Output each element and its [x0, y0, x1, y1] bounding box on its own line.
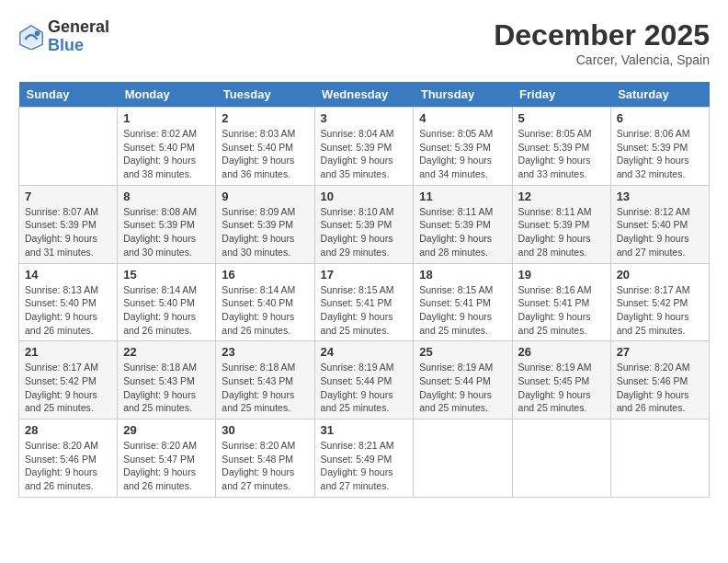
calendar-cell: 7Sunrise: 8:07 AM Sunset: 5:39 PM Daylig… — [19, 185, 118, 263]
day-number: 29 — [123, 423, 210, 437]
day-number: 25 — [419, 345, 506, 359]
logo-icon — [18, 24, 44, 50]
calendar-header-row: SundayMondayTuesdayWednesdayThursdayFrid… — [19, 82, 710, 108]
day-info: Sunrise: 8:07 AM Sunset: 5:39 PM Dayligh… — [25, 205, 111, 259]
day-info: Sunrise: 8:08 AM Sunset: 5:39 PM Dayligh… — [123, 205, 210, 259]
calendar-cell: 29Sunrise: 8:20 AM Sunset: 5:47 PM Dayli… — [118, 419, 216, 498]
day-info: Sunrise: 8:04 AM Sunset: 5:39 PM Dayligh… — [321, 127, 408, 181]
day-number: 16 — [222, 268, 308, 282]
day-info: Sunrise: 8:05 AM Sunset: 5:39 PM Dayligh… — [419, 127, 506, 181]
day-info: Sunrise: 8:14 AM Sunset: 5:40 PM Dayligh… — [222, 283, 308, 338]
calendar-cell: 28Sunrise: 8:20 AM Sunset: 5:46 PM Dayli… — [19, 419, 118, 498]
weekday-header: Tuesday — [216, 82, 314, 108]
day-number: 31 — [321, 423, 408, 437]
day-number: 23 — [222, 345, 308, 359]
calendar-cell — [19, 108, 118, 186]
weekday-header: Sunday — [19, 82, 118, 108]
day-info: Sunrise: 8:12 AM Sunset: 5:40 PM Dayligh… — [617, 205, 703, 259]
day-number: 28 — [25, 423, 111, 437]
day-number: 7 — [25, 190, 111, 203]
day-number: 1 — [123, 111, 210, 125]
day-info: Sunrise: 8:15 AM Sunset: 5:41 PM Dayligh… — [419, 283, 506, 338]
day-number: 19 — [518, 268, 605, 282]
logo-text: General Blue — [48, 18, 109, 55]
day-info: Sunrise: 8:20 AM Sunset: 5:46 PM Dayligh… — [25, 439, 111, 493]
day-number: 27 — [617, 345, 703, 359]
svg-point-2 — [35, 30, 40, 36]
logo: General Blue — [18, 18, 109, 55]
weekday-header: Thursday — [414, 82, 512, 108]
calendar-cell: 8Sunrise: 8:08 AM Sunset: 5:39 PM Daylig… — [118, 185, 216, 263]
calendar-cell: 2Sunrise: 8:03 AM Sunset: 5:40 PM Daylig… — [216, 108, 314, 186]
calendar-cell — [414, 419, 512, 498]
title-block: December 2025 Carcer, Valencia, Spain — [494, 18, 710, 67]
day-number: 14 — [25, 268, 111, 282]
calendar-cell: 31Sunrise: 8:21 AM Sunset: 5:49 PM Dayli… — [314, 419, 414, 498]
day-info: Sunrise: 8:18 AM Sunset: 5:43 PM Dayligh… — [222, 361, 308, 415]
day-info: Sunrise: 8:17 AM Sunset: 5:42 PM Dayligh… — [617, 283, 703, 338]
calendar-table: SundayMondayTuesdayWednesdayThursdayFrid… — [18, 82, 710, 498]
calendar-cell: 6Sunrise: 8:06 AM Sunset: 5:39 PM Daylig… — [610, 108, 709, 186]
logo-general: General — [48, 18, 109, 37]
location: Carcer, Valencia, Spain — [494, 52, 710, 67]
day-number: 18 — [419, 268, 506, 282]
day-number: 24 — [321, 345, 408, 359]
calendar-cell: 9Sunrise: 8:09 AM Sunset: 5:39 PM Daylig… — [216, 185, 314, 263]
calendar-cell: 25Sunrise: 8:19 AM Sunset: 5:44 PM Dayli… — [414, 341, 512, 419]
day-number: 20 — [617, 268, 703, 282]
day-number: 9 — [222, 190, 308, 203]
day-info: Sunrise: 8:20 AM Sunset: 5:46 PM Dayligh… — [617, 361, 703, 415]
calendar-cell: 20Sunrise: 8:17 AM Sunset: 5:42 PM Dayli… — [610, 263, 709, 341]
calendar-cell: 12Sunrise: 8:11 AM Sunset: 5:39 PM Dayli… — [512, 185, 610, 263]
day-number: 13 — [617, 190, 703, 203]
day-info: Sunrise: 8:20 AM Sunset: 5:48 PM Dayligh… — [222, 439, 308, 493]
weekday-header: Saturday — [610, 82, 709, 108]
day-info: Sunrise: 8:11 AM Sunset: 5:39 PM Dayligh… — [419, 205, 506, 259]
calendar-cell: 13Sunrise: 8:12 AM Sunset: 5:40 PM Dayli… — [610, 185, 709, 263]
calendar-cell — [610, 419, 709, 498]
weekday-header: Wednesday — [314, 82, 414, 108]
calendar-cell: 10Sunrise: 8:10 AM Sunset: 5:39 PM Dayli… — [314, 185, 414, 263]
page-header: General Blue December 2025 Carcer, Valen… — [18, 18, 710, 67]
day-number: 22 — [123, 345, 210, 359]
calendar-cell: 19Sunrise: 8:16 AM Sunset: 5:41 PM Dayli… — [512, 263, 610, 341]
calendar-cell: 22Sunrise: 8:18 AM Sunset: 5:43 PM Dayli… — [118, 341, 216, 419]
day-info: Sunrise: 8:10 AM Sunset: 5:39 PM Dayligh… — [321, 205, 408, 259]
logo-blue: Blue — [48, 37, 109, 55]
day-number: 2 — [222, 111, 308, 125]
day-info: Sunrise: 8:02 AM Sunset: 5:40 PM Dayligh… — [123, 127, 210, 181]
calendar-week-row: 21Sunrise: 8:17 AM Sunset: 5:42 PM Dayli… — [19, 341, 710, 419]
calendar-cell: 11Sunrise: 8:11 AM Sunset: 5:39 PM Dayli… — [414, 185, 512, 263]
calendar-cell: 15Sunrise: 8:14 AM Sunset: 5:40 PM Dayli… — [118, 263, 216, 341]
day-info: Sunrise: 8:11 AM Sunset: 5:39 PM Dayligh… — [518, 205, 605, 259]
day-number: 3 — [321, 111, 408, 125]
day-info: Sunrise: 8:13 AM Sunset: 5:40 PM Dayligh… — [25, 283, 111, 338]
calendar-cell: 1Sunrise: 8:02 AM Sunset: 5:40 PM Daylig… — [118, 108, 216, 186]
day-info: Sunrise: 8:09 AM Sunset: 5:39 PM Dayligh… — [222, 205, 308, 259]
day-number: 11 — [419, 190, 506, 203]
day-number: 12 — [518, 190, 605, 203]
day-info: Sunrise: 8:20 AM Sunset: 5:47 PM Dayligh… — [123, 439, 210, 493]
calendar-week-row: 1Sunrise: 8:02 AM Sunset: 5:40 PM Daylig… — [19, 108, 710, 186]
calendar-cell — [512, 419, 610, 498]
weekday-header: Monday — [118, 82, 216, 108]
calendar-cell: 24Sunrise: 8:19 AM Sunset: 5:44 PM Dayli… — [314, 341, 414, 419]
calendar-week-row: 14Sunrise: 8:13 AM Sunset: 5:40 PM Dayli… — [19, 263, 710, 341]
day-number: 21 — [25, 345, 111, 359]
calendar-cell: 3Sunrise: 8:04 AM Sunset: 5:39 PM Daylig… — [314, 108, 414, 186]
day-number: 15 — [123, 268, 210, 282]
day-number: 26 — [518, 345, 605, 359]
calendar-cell: 14Sunrise: 8:13 AM Sunset: 5:40 PM Dayli… — [19, 263, 118, 341]
month-title: December 2025 — [494, 18, 710, 52]
day-number: 10 — [321, 190, 408, 203]
calendar-cell: 26Sunrise: 8:19 AM Sunset: 5:45 PM Dayli… — [512, 341, 610, 419]
day-info: Sunrise: 8:06 AM Sunset: 5:39 PM Dayligh… — [617, 127, 703, 181]
day-info: Sunrise: 8:03 AM Sunset: 5:40 PM Dayligh… — [222, 127, 308, 181]
calendar-cell: 5Sunrise: 8:05 AM Sunset: 5:39 PM Daylig… — [512, 108, 610, 186]
day-info: Sunrise: 8:19 AM Sunset: 5:44 PM Dayligh… — [321, 361, 408, 415]
day-info: Sunrise: 8:05 AM Sunset: 5:39 PM Dayligh… — [518, 127, 605, 181]
day-info: Sunrise: 8:19 AM Sunset: 5:44 PM Dayligh… — [419, 361, 506, 415]
calendar-cell: 4Sunrise: 8:05 AM Sunset: 5:39 PM Daylig… — [414, 108, 512, 186]
day-info: Sunrise: 8:19 AM Sunset: 5:45 PM Dayligh… — [518, 361, 605, 415]
calendar-cell: 16Sunrise: 8:14 AM Sunset: 5:40 PM Dayli… — [216, 263, 314, 341]
